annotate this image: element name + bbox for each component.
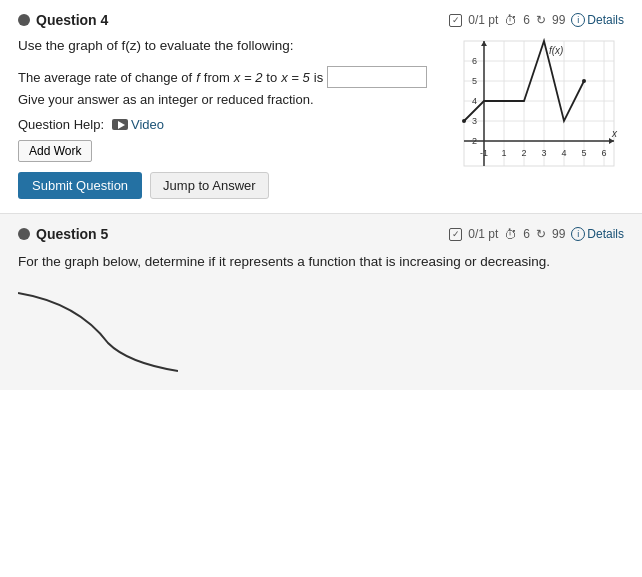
svg-text:-1: -1 xyxy=(480,148,488,158)
add-work-button[interactable]: Add Work xyxy=(18,140,92,162)
svg-text:x: x xyxy=(611,128,618,139)
question5-title: Question 5 xyxy=(18,226,108,242)
svg-text:2: 2 xyxy=(521,148,526,158)
avg-rate-x2: x = 5 xyxy=(281,70,310,85)
avg-rate-suffix: is xyxy=(314,70,323,85)
svg-point-31 xyxy=(462,119,466,123)
recycle-icon: ↻ xyxy=(536,13,546,27)
question4-meta: ✓ 0/1 pt ⏱ 6 ↻ 99 i Details xyxy=(449,13,624,28)
svg-text:5: 5 xyxy=(581,148,586,158)
question5-details-link[interactable]: Details xyxy=(587,227,624,241)
avg-rate-mid: from xyxy=(204,70,230,85)
question4-details-link[interactable]: Details xyxy=(587,13,624,27)
jump-to-answer-button[interactable]: Jump to Answer xyxy=(150,172,269,199)
question5-title-text: Question 5 xyxy=(36,226,108,242)
video-link[interactable]: Video xyxy=(112,117,164,132)
question5-tries: 6 xyxy=(523,227,530,241)
avg-rate-prefix: The average rate of change of xyxy=(18,70,192,85)
question4-text-area: Use the graph of f(z) to evaluate the fo… xyxy=(18,36,428,199)
checkbox-icon-q5: ✓ xyxy=(449,228,462,241)
question5-instruction: For the graph below, determine if it rep… xyxy=(18,252,624,272)
question4-instruction: Use the graph of f(z) to evaluate the fo… xyxy=(18,36,428,56)
question4-block: Question 4 ✓ 0/1 pt ⏱ 6 ↻ 99 i Details U… xyxy=(0,0,642,214)
svg-point-32 xyxy=(582,79,586,83)
info-circle-icon: i xyxy=(571,13,585,27)
bullet-icon-q5 xyxy=(18,228,30,240)
question4-points: 0/1 pt xyxy=(468,13,498,27)
sub-instruction: Give your answer as an integer or reduce… xyxy=(18,92,428,107)
svg-text:4: 4 xyxy=(561,148,566,158)
video-label: Video xyxy=(131,117,164,132)
help-row: Question Help: Video xyxy=(18,117,428,132)
question4-title-text: Question 4 xyxy=(36,12,108,28)
info-circle-icon-q5: i xyxy=(571,227,585,241)
curve-svg xyxy=(18,283,178,373)
question4-tries: 6 xyxy=(523,13,530,27)
question4-body: Use the graph of f(z) to evaluate the fo… xyxy=(18,36,624,199)
question4-header: Question 4 ✓ 0/1 pt ⏱ 6 ↻ 99 i Details xyxy=(18,12,624,28)
bullet-icon xyxy=(18,14,30,26)
recycle-icon-q5: ↻ xyxy=(536,227,546,241)
svg-text:6: 6 xyxy=(601,148,606,158)
avg-rate-x1: x = 2 xyxy=(234,70,263,85)
clock-icon: ⏱ xyxy=(504,13,517,28)
svg-text:2: 2 xyxy=(472,136,477,146)
svg-text:6: 6 xyxy=(472,56,477,66)
svg-text:1: 1 xyxy=(501,148,506,158)
svg-text:3: 3 xyxy=(472,116,477,126)
checkbox-icon: ✓ xyxy=(449,14,462,27)
video-play-icon xyxy=(112,119,128,130)
question4-recycle: 99 xyxy=(552,13,565,27)
svg-text:f(x): f(x) xyxy=(549,45,563,56)
graph-svg: 6 5 4 3 2 -1 1 2 3 4 5 6 x f(x) xyxy=(444,36,619,181)
question5-meta: ✓ 0/1 pt ⏱ 6 ↻ 99 i Details xyxy=(449,227,624,242)
question4-title: Question 4 xyxy=(18,12,108,28)
clock-icon-q5: ⏱ xyxy=(504,227,517,242)
svg-text:3: 3 xyxy=(541,148,546,158)
info-icon-q5: i Details xyxy=(571,227,624,241)
question5-points: 0/1 pt xyxy=(468,227,498,241)
svg-text:4: 4 xyxy=(472,96,477,106)
help-label: Question Help: xyxy=(18,117,104,132)
info-icon: i Details xyxy=(571,13,624,27)
svg-text:5: 5 xyxy=(472,76,477,86)
action-row: Submit Question Jump to Answer xyxy=(18,172,428,199)
question5-header: Question 5 ✓ 0/1 pt ⏱ 6 ↻ 99 i Details xyxy=(18,226,624,242)
avg-rate-to: to xyxy=(266,70,277,85)
submit-question-button[interactable]: Submit Question xyxy=(18,172,142,199)
avg-rate-row: The average rate of change of f from x =… xyxy=(18,66,428,88)
avg-rate-f: f xyxy=(196,70,200,85)
graph-area: 6 5 4 3 2 -1 1 2 3 4 5 6 x f(x) xyxy=(444,36,624,184)
answer-input[interactable] xyxy=(327,66,427,88)
question5-block: Question 5 ✓ 0/1 pt ⏱ 6 ↻ 99 i Details F… xyxy=(0,214,642,389)
question5-recycle: 99 xyxy=(552,227,565,241)
page: Question 4 ✓ 0/1 pt ⏱ 6 ↻ 99 i Details U… xyxy=(0,0,642,577)
